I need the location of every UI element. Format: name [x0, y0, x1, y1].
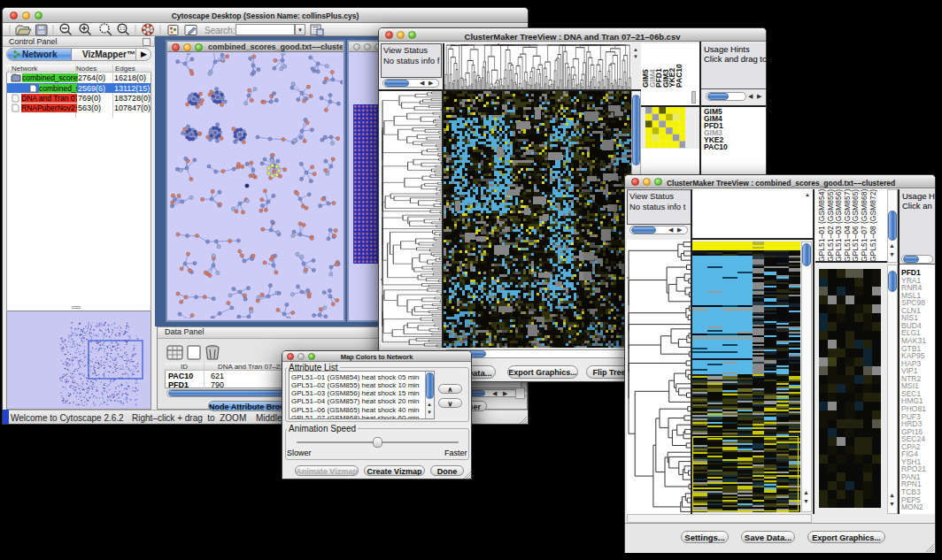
svg-text:1:1: 1:1 [120, 27, 126, 31]
svg-text:GPL51–02 (GSM855): GPL51–02 (GSM855) [826, 189, 835, 262]
svg-text:PAC10: PAC10 [675, 64, 683, 88]
svg-text:GPL51–08 (GSM872): GPL51–08 (GSM872) [869, 189, 877, 262]
svg-text:GPL51–01 (GSM854): GPL51–01 (GSM854) [817, 189, 826, 262]
svg-text:GPL51–06 (GSM865): GPL51–06 (GSM865) [851, 189, 860, 262]
svg-text:GPL51–03 (GSM856): GPL51–03 (GSM856) [834, 189, 843, 262]
svg-text:GPL51–04 (GSM857): GPL51–04 (GSM857) [843, 189, 852, 262]
svg-text:GPL51–07 (GSM868): GPL51–07 (GSM868) [860, 189, 869, 262]
